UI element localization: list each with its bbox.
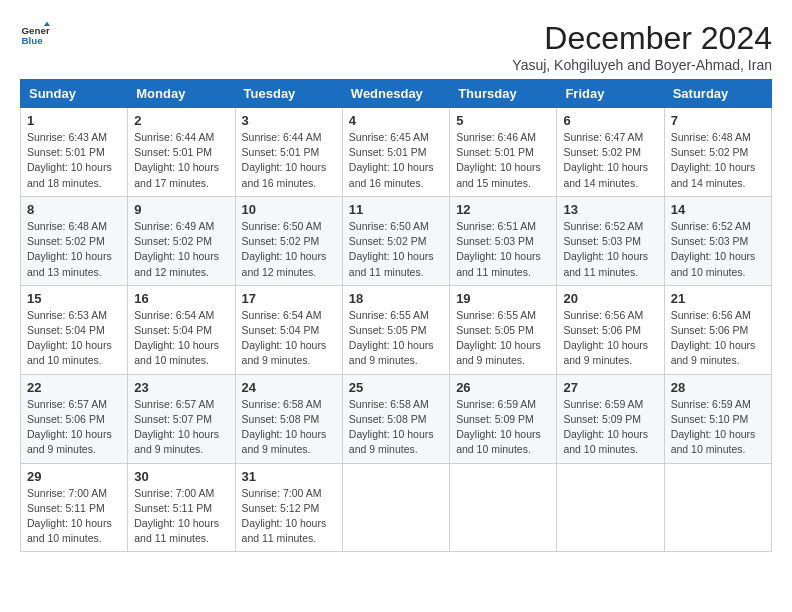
day-number: 5 xyxy=(456,113,550,128)
svg-marker-2 xyxy=(44,22,50,27)
weekday-header: Saturday xyxy=(664,80,771,108)
day-info: Sunrise: 6:49 AM Sunset: 5:02 PM Dayligh… xyxy=(134,219,228,280)
day-info: Sunrise: 6:50 AM Sunset: 5:02 PM Dayligh… xyxy=(349,219,443,280)
day-number: 16 xyxy=(134,291,228,306)
day-info: Sunrise: 6:54 AM Sunset: 5:04 PM Dayligh… xyxy=(242,308,336,369)
calendar-week-row: 15 Sunrise: 6:53 AM Sunset: 5:04 PM Dayl… xyxy=(21,285,772,374)
day-number: 20 xyxy=(563,291,657,306)
day-info: Sunrise: 6:45 AM Sunset: 5:01 PM Dayligh… xyxy=(349,130,443,191)
day-info: Sunrise: 7:00 AM Sunset: 5:11 PM Dayligh… xyxy=(27,486,121,547)
calendar-week-row: 8 Sunrise: 6:48 AM Sunset: 5:02 PM Dayli… xyxy=(21,196,772,285)
calendar-cell: 3 Sunrise: 6:44 AM Sunset: 5:01 PM Dayli… xyxy=(235,108,342,197)
day-number: 12 xyxy=(456,202,550,217)
calendar-cell: 6 Sunrise: 6:47 AM Sunset: 5:02 PM Dayli… xyxy=(557,108,664,197)
logo-icon: General Blue xyxy=(20,20,50,50)
day-number: 15 xyxy=(27,291,121,306)
day-number: 19 xyxy=(456,291,550,306)
calendar-week-row: 1 Sunrise: 6:43 AM Sunset: 5:01 PM Dayli… xyxy=(21,108,772,197)
day-info: Sunrise: 7:00 AM Sunset: 5:12 PM Dayligh… xyxy=(242,486,336,547)
day-info: Sunrise: 6:58 AM Sunset: 5:08 PM Dayligh… xyxy=(242,397,336,458)
calendar-cell: 4 Sunrise: 6:45 AM Sunset: 5:01 PM Dayli… xyxy=(342,108,449,197)
calendar-cell xyxy=(342,463,449,552)
calendar-cell xyxy=(664,463,771,552)
calendar-cell: 5 Sunrise: 6:46 AM Sunset: 5:01 PM Dayli… xyxy=(450,108,557,197)
day-info: Sunrise: 6:53 AM Sunset: 5:04 PM Dayligh… xyxy=(27,308,121,369)
calendar-cell: 2 Sunrise: 6:44 AM Sunset: 5:01 PM Dayli… xyxy=(128,108,235,197)
location-title: Yasuj, Kohgiluyeh and Boyer-Ahmad, Iran xyxy=(512,57,772,73)
month-title: December 2024 xyxy=(512,20,772,57)
day-number: 8 xyxy=(27,202,121,217)
calendar-cell: 26 Sunrise: 6:59 AM Sunset: 5:09 PM Dayl… xyxy=(450,374,557,463)
day-info: Sunrise: 6:48 AM Sunset: 5:02 PM Dayligh… xyxy=(671,130,765,191)
calendar-cell: 25 Sunrise: 6:58 AM Sunset: 5:08 PM Dayl… xyxy=(342,374,449,463)
day-info: Sunrise: 6:57 AM Sunset: 5:07 PM Dayligh… xyxy=(134,397,228,458)
weekday-header: Monday xyxy=(128,80,235,108)
day-number: 11 xyxy=(349,202,443,217)
calendar-cell: 20 Sunrise: 6:56 AM Sunset: 5:06 PM Dayl… xyxy=(557,285,664,374)
calendar-cell: 9 Sunrise: 6:49 AM Sunset: 5:02 PM Dayli… xyxy=(128,196,235,285)
day-info: Sunrise: 6:51 AM Sunset: 5:03 PM Dayligh… xyxy=(456,219,550,280)
day-number: 25 xyxy=(349,380,443,395)
calendar-cell: 12 Sunrise: 6:51 AM Sunset: 5:03 PM Dayl… xyxy=(450,196,557,285)
calendar-cell: 1 Sunrise: 6:43 AM Sunset: 5:01 PM Dayli… xyxy=(21,108,128,197)
day-number: 2 xyxy=(134,113,228,128)
calendar-cell: 29 Sunrise: 7:00 AM Sunset: 5:11 PM Dayl… xyxy=(21,463,128,552)
day-info: Sunrise: 6:58 AM Sunset: 5:08 PM Dayligh… xyxy=(349,397,443,458)
day-number: 9 xyxy=(134,202,228,217)
day-number: 10 xyxy=(242,202,336,217)
calendar-cell: 19 Sunrise: 6:55 AM Sunset: 5:05 PM Dayl… xyxy=(450,285,557,374)
calendar-cell: 28 Sunrise: 6:59 AM Sunset: 5:10 PM Dayl… xyxy=(664,374,771,463)
day-number: 3 xyxy=(242,113,336,128)
calendar-cell: 17 Sunrise: 6:54 AM Sunset: 5:04 PM Dayl… xyxy=(235,285,342,374)
day-info: Sunrise: 6:59 AM Sunset: 5:10 PM Dayligh… xyxy=(671,397,765,458)
calendar-header-row: SundayMondayTuesdayWednesdayThursdayFrid… xyxy=(21,80,772,108)
logo: General Blue xyxy=(20,20,50,50)
calendar-cell: 22 Sunrise: 6:57 AM Sunset: 5:06 PM Dayl… xyxy=(21,374,128,463)
calendar-cell: 10 Sunrise: 6:50 AM Sunset: 5:02 PM Dayl… xyxy=(235,196,342,285)
calendar-cell: 30 Sunrise: 7:00 AM Sunset: 5:11 PM Dayl… xyxy=(128,463,235,552)
day-info: Sunrise: 6:59 AM Sunset: 5:09 PM Dayligh… xyxy=(456,397,550,458)
day-number: 4 xyxy=(349,113,443,128)
calendar-week-row: 29 Sunrise: 7:00 AM Sunset: 5:11 PM Dayl… xyxy=(21,463,772,552)
calendar-cell: 27 Sunrise: 6:59 AM Sunset: 5:09 PM Dayl… xyxy=(557,374,664,463)
day-number: 14 xyxy=(671,202,765,217)
calendar-cell: 16 Sunrise: 6:54 AM Sunset: 5:04 PM Dayl… xyxy=(128,285,235,374)
day-number: 21 xyxy=(671,291,765,306)
day-info: Sunrise: 6:50 AM Sunset: 5:02 PM Dayligh… xyxy=(242,219,336,280)
day-number: 1 xyxy=(27,113,121,128)
day-number: 30 xyxy=(134,469,228,484)
day-number: 13 xyxy=(563,202,657,217)
day-number: 6 xyxy=(563,113,657,128)
calendar-cell: 31 Sunrise: 7:00 AM Sunset: 5:12 PM Dayl… xyxy=(235,463,342,552)
calendar-cell: 24 Sunrise: 6:58 AM Sunset: 5:08 PM Dayl… xyxy=(235,374,342,463)
day-info: Sunrise: 6:43 AM Sunset: 5:01 PM Dayligh… xyxy=(27,130,121,191)
day-number: 24 xyxy=(242,380,336,395)
day-number: 28 xyxy=(671,380,765,395)
day-info: Sunrise: 6:59 AM Sunset: 5:09 PM Dayligh… xyxy=(563,397,657,458)
calendar-cell xyxy=(450,463,557,552)
calendar-table: SundayMondayTuesdayWednesdayThursdayFrid… xyxy=(20,79,772,552)
day-info: Sunrise: 6:56 AM Sunset: 5:06 PM Dayligh… xyxy=(563,308,657,369)
calendar-cell xyxy=(557,463,664,552)
day-info: Sunrise: 6:47 AM Sunset: 5:02 PM Dayligh… xyxy=(563,130,657,191)
calendar-cell: 21 Sunrise: 6:56 AM Sunset: 5:06 PM Dayl… xyxy=(664,285,771,374)
day-number: 27 xyxy=(563,380,657,395)
day-info: Sunrise: 6:56 AM Sunset: 5:06 PM Dayligh… xyxy=(671,308,765,369)
day-number: 18 xyxy=(349,291,443,306)
day-info: Sunrise: 6:54 AM Sunset: 5:04 PM Dayligh… xyxy=(134,308,228,369)
calendar-cell: 13 Sunrise: 6:52 AM Sunset: 5:03 PM Dayl… xyxy=(557,196,664,285)
day-info: Sunrise: 6:52 AM Sunset: 5:03 PM Dayligh… xyxy=(563,219,657,280)
day-info: Sunrise: 6:44 AM Sunset: 5:01 PM Dayligh… xyxy=(242,130,336,191)
day-info: Sunrise: 6:55 AM Sunset: 5:05 PM Dayligh… xyxy=(349,308,443,369)
day-info: Sunrise: 6:57 AM Sunset: 5:06 PM Dayligh… xyxy=(27,397,121,458)
calendar-cell: 7 Sunrise: 6:48 AM Sunset: 5:02 PM Dayli… xyxy=(664,108,771,197)
day-info: Sunrise: 6:44 AM Sunset: 5:01 PM Dayligh… xyxy=(134,130,228,191)
calendar-week-row: 22 Sunrise: 6:57 AM Sunset: 5:06 PM Dayl… xyxy=(21,374,772,463)
weekday-header: Wednesday xyxy=(342,80,449,108)
day-number: 31 xyxy=(242,469,336,484)
day-number: 22 xyxy=(27,380,121,395)
title-block: December 2024 Yasuj, Kohgiluyeh and Boye… xyxy=(512,20,772,73)
calendar-cell: 18 Sunrise: 6:55 AM Sunset: 5:05 PM Dayl… xyxy=(342,285,449,374)
page-header: General Blue December 2024 Yasuj, Kohgil… xyxy=(20,20,772,73)
svg-text:Blue: Blue xyxy=(22,35,44,46)
